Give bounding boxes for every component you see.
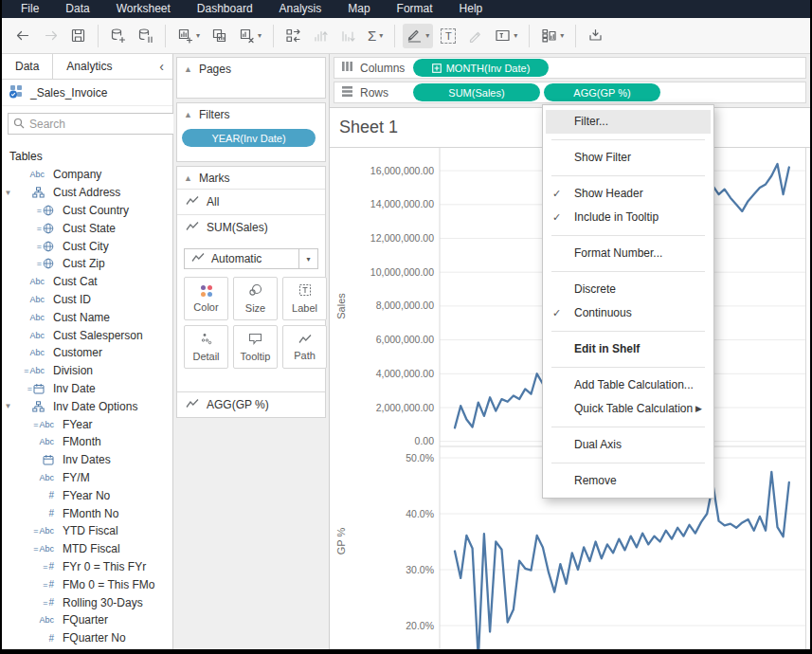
tab-data[interactable]: Data [2, 54, 53, 79]
size-button[interactable]: Size [233, 277, 278, 320]
tab-analytics[interactable]: Analytics [53, 54, 125, 79]
field-rolling-30-days[interactable]: =#Rolling 30-Days [2, 593, 172, 611]
field-fquarter[interactable]: AbcFQuarter [2, 611, 172, 629]
field-label: Cust Address [53, 186, 120, 199]
field-division[interactable]: =AbcDivision [2, 362, 172, 380]
field-ytd-fiscal[interactable]: =AbcYTD Fiscal [2, 522, 172, 540]
field-fyr-0-this-fyr[interactable]: =#FYr 0 = This FYr [2, 558, 172, 576]
field-label: Cust Zip [63, 257, 105, 270]
field-inv-date-options[interactable]: ▼Inv Date Options [2, 397, 172, 415]
filter-pill-year-inv-date[interactable]: YEAR(Inv Date) [182, 129, 316, 147]
menu-item-analysis[interactable]: Analysis [266, 0, 335, 18]
field-cust-city[interactable]: =Cust City [2, 237, 172, 255]
field-fy-m[interactable]: AbcFY/M [2, 469, 172, 487]
menu-item-file[interactable]: File [8, 0, 52, 18]
add-data-source-icon[interactable] [106, 24, 130, 48]
marks-layer-sum-sales[interactable]: SUM(Sales) [177, 214, 325, 240]
menu-item-format[interactable]: Format [384, 0, 446, 18]
tables-section-label: Tables [2, 141, 172, 167]
field-fmo-0-this-fmo[interactable]: =#FMo 0 = This FMo [2, 575, 172, 593]
field-cust-address[interactable]: ▼Cust Address [2, 184, 172, 202]
sales-axis-title[interactable]: Sales [335, 293, 347, 319]
field-fyear[interactable]: =AbcFYear [2, 415, 172, 433]
detail-button-label: Detail [192, 351, 219, 362]
datasource-row[interactable]: _Sales_Invoice [2, 80, 172, 106]
marks-layer-all[interactable]: All [177, 189, 325, 214]
menu-item-data[interactable]: Data [52, 0, 102, 18]
collapse-card-icon[interactable]: ▲ [184, 110, 192, 119]
context-menu-item-format-number[interactable]: Format Number... [546, 242, 711, 265]
context-menu-item-quick-table-calculation[interactable]: Quick Table Calculation▶ [546, 397, 711, 421]
field-label: FYear No [63, 489, 110, 502]
context-menu-item-edit-in-shelf[interactable]: Edit in Shelf [546, 337, 711, 361]
field-inv-date[interactable]: =Inv Date [2, 380, 172, 398]
fit-view-icon[interactable]: ▾ [491, 24, 521, 48]
context-menu-item-show-filter[interactable]: Show Filter [546, 146, 711, 170]
path-button[interactable]: Path [282, 325, 327, 369]
save-icon[interactable] [66, 24, 90, 48]
field-fmonth-no[interactable]: #FMonth No [2, 504, 172, 522]
totals-icon[interactable]: Σ▾ [364, 24, 387, 48]
context-menu-item-dual-axis[interactable]: Dual Axis [546, 433, 711, 457]
presentation-mode-icon[interactable] [584, 24, 607, 48]
context-menu-item-continuous[interactable]: ✓Continuous [546, 301, 711, 325]
context-menu-item-filter[interactable]: Filter... [546, 110, 711, 134]
field-company[interactable]: AbcCompany [2, 166, 172, 184]
field-label: Inv Date [53, 382, 96, 395]
menu-item-worksheet[interactable]: Worksheet [103, 0, 184, 18]
collapse-hierarchy-icon[interactable]: ▼ [2, 402, 14, 410]
new-worksheet-icon[interactable]: ▾ [173, 24, 204, 48]
collapse-card-icon[interactable]: ▲ [184, 173, 192, 183]
line-mark-icon [186, 398, 199, 411]
collapse-card-icon[interactable]: ▲ [184, 64, 192, 74]
field-inv-dates[interactable]: Inv Dates [2, 451, 172, 469]
context-menu-item-add-table-calculation[interactable]: Add Table Calculation... [546, 373, 711, 397]
detail-button[interactable]: Detail [184, 325, 228, 369]
swap-rows-columns-icon[interactable] [281, 24, 305, 48]
color-button[interactable]: Color [184, 277, 228, 320]
columns-shelf[interactable]: Columns MONTH(Inv Date) [334, 57, 806, 79]
menu-separator [551, 367, 705, 368]
tooltip-button[interactable]: Tooltip [233, 325, 278, 369]
field-mtd-fiscal[interactable]: =AbcMTD Fiscal [2, 540, 172, 558]
field-cust-state[interactable]: =Cust State [2, 219, 172, 237]
context-menu-item-discrete[interactable]: Discrete [546, 278, 711, 301]
context-menu-item-include-in-tooltip[interactable]: ✓Include in Tooltip [546, 206, 711, 229]
context-menu-item-remove[interactable]: Remove [546, 469, 711, 493]
field-fquarter-no[interactable]: #FQuarter No [2, 629, 172, 647]
field-fmonth[interactable]: AbcFMonth [2, 433, 172, 451]
duplicate-sheet-icon[interactable] [208, 24, 231, 48]
collapse-hierarchy-icon[interactable]: ▼ [2, 189, 14, 197]
gp-axis-title[interactable]: GP % [335, 528, 347, 555]
mark-type-caret-icon[interactable]: ▾ [298, 249, 317, 268]
field-customer[interactable]: AbcCustomer [2, 344, 172, 362]
pill-agg-gp[interactable]: AGG(GP %) [544, 83, 660, 101]
field-cust-salesperson[interactable]: AbcCust Salesperson [2, 326, 172, 344]
marks-layer-agg-gp[interactable]: AGG(GP %) [177, 391, 325, 417]
label-button[interactable]: Label [282, 277, 327, 320]
clear-sheet-icon[interactable]: ▾ [235, 24, 265, 48]
show-mark-labels-icon[interactable]: T [437, 24, 460, 48]
context-menu-item-show-header[interactable]: ✓Show Header [546, 182, 711, 206]
field-cust-zip[interactable]: =Cust Zip [2, 255, 172, 273]
collapse-pane-icon[interactable]: ‹ [151, 54, 172, 79]
highlight-icon[interactable]: ▾ [403, 24, 433, 48]
rows-shelf[interactable]: Rows SUM(Sales) AGG(GP %) [334, 82, 806, 103]
field-fyear-no[interactable]: #FYear No [2, 486, 172, 504]
pill-sum-sales[interactable]: SUM(Sales) [413, 83, 540, 101]
search-input[interactable] [29, 118, 176, 131]
field-cust-country[interactable]: =Cust Country [2, 202, 172, 220]
show-hide-cards-icon[interactable]: ▾ [537, 24, 568, 48]
field-list: AbcCompany▼Cust Address=Cust Country=Cus… [2, 166, 172, 649]
undo-icon[interactable] [11, 24, 35, 48]
menu-item-dashboard[interactable]: Dashboard [184, 0, 266, 18]
pause-auto-updates-icon[interactable] [134, 24, 157, 48]
field-cust-name[interactable]: AbcCust Name [2, 308, 172, 326]
mark-type-dropdown[interactable]: Automatic ▾ [184, 248, 318, 269]
menu-item-help[interactable]: Help [446, 0, 496, 18]
menu-item-map[interactable]: Map [334, 0, 383, 18]
toolbar-separator [165, 25, 166, 47]
field-cust-cat[interactable]: AbcCust Cat [2, 273, 172, 291]
field-cust-id[interactable]: AbcCust ID [2, 291, 172, 309]
pill-month-inv-date[interactable]: MONTH(Inv Date) [413, 59, 549, 77]
